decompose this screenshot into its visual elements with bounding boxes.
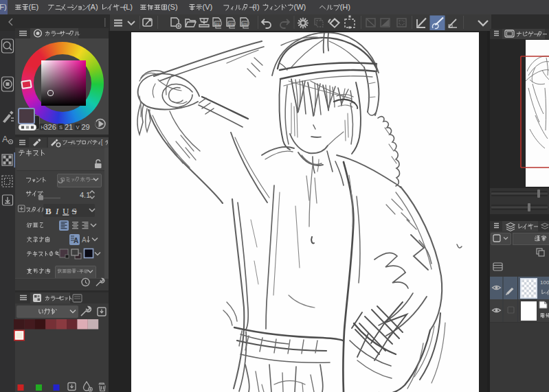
svg-text:100: 100: [540, 279, 549, 286]
